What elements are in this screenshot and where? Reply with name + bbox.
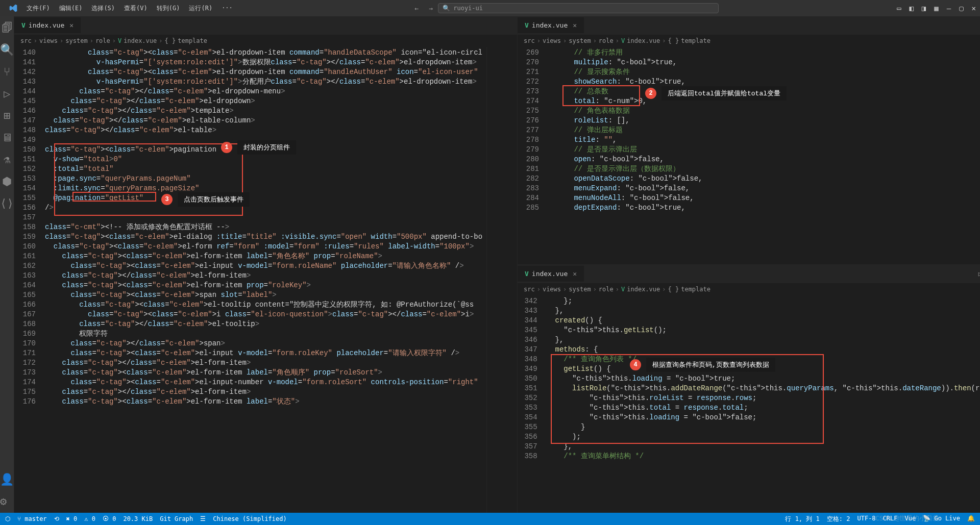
breadcrumb-rb[interactable]: src› views› system› role› V index.vue› {… <box>518 283 980 295</box>
callout-1-label: 封装的分页组件 <box>237 140 296 155</box>
vue-file-icon: V <box>525 21 529 29</box>
warnings[interactable]: ⚠ 0 <box>84 515 95 522</box>
encoding[interactable]: UTF-8 <box>857 515 875 523</box>
callout-3-badge: 3 <box>161 194 173 205</box>
vue-file-icon: V <box>525 270 529 278</box>
maximize-icon[interactable]: ▢ <box>959 4 963 12</box>
menu-go[interactable]: 转到(G) <box>153 2 184 15</box>
breadcrumb-left[interactable]: src› views› system› role› V index.vue› {… <box>14 35 517 47</box>
close-tab-icon[interactable]: ✕ <box>573 270 577 278</box>
remote-icon[interactable]: 🖥 <box>2 131 13 144</box>
close-window-icon[interactable]: ✕ <box>972 4 976 12</box>
activity-bar: 🗐 🔍 ⑂ ▷ ⊞ 🖥 ⚗ ⬢ ⟨⟩ 👤 ⚙ <box>0 16 14 513</box>
search-icon: 🔍 <box>443 5 450 12</box>
run-debug-icon[interactable]: ▷ <box>4 87 10 100</box>
file-size: 20.3 KiB <box>123 515 153 522</box>
close-tab-icon[interactable]: ✕ <box>573 21 577 29</box>
tabs-right-bottom: V index.vue ✕ ▷ ↺ ◨ ⋯ <box>518 265 980 283</box>
remote-indicator[interactable]: ⬡ <box>5 515 10 522</box>
watermark: CSDN @世界的小口袋 <box>875 514 939 523</box>
sync-icon[interactable]: ⟨⟩ <box>0 197 14 210</box>
menu-edit[interactable]: 编辑(E) <box>55 2 87 15</box>
callout-1-badge: 1 <box>221 142 232 153</box>
statusbar: ⬡ ⑂ master ⟲ ✖ 0 ⚠ 0 ⦿ 0 20.3 KiB Git Gr… <box>0 513 980 525</box>
menu-run[interactable]: 运行(R) <box>185 2 216 15</box>
lang-pack[interactable]: Chinese (Simplified) <box>213 515 287 522</box>
editor-rt-code[interactable]: 269 270 271 272 273 274 275 276 277 278 … <box>518 47 980 264</box>
close-tab-icon[interactable]: ✕ <box>69 21 74 29</box>
git-graph[interactable]: Git Graph <box>160 515 193 522</box>
run-icon[interactable]: ▷ <box>978 270 980 278</box>
cursor-position[interactable]: 行 1, 列 1 <box>785 515 819 523</box>
tab-label: index.vue <box>532 270 568 278</box>
search-text: ruoyi-ui <box>453 5 483 12</box>
titlebar: 文件(F) 编辑(E) 选择(S) 查看(V) 转到(G) 运行(R) ··· … <box>0 0 980 16</box>
layout-bottom-icon[interactable]: ◨ <box>922 4 926 12</box>
callout-4-label: 根据查询条件和页码,页数查询列表数据 <box>646 358 775 372</box>
tabs-left: V index.vue ✕ <box>14 16 517 35</box>
layout-grid-icon[interactable]: ▦ <box>934 4 938 12</box>
tab-index-vue[interactable]: V index.vue ✕ <box>518 266 584 282</box>
callout-2-label: 后端返回total值并赋值给total变量 <box>662 86 787 101</box>
minimize-icon[interactable]: — <box>947 4 951 12</box>
radio-status[interactable]: ⦿ 0 <box>103 515 116 522</box>
editor-left-code[interactable]: 140 141 142 143 144 145 146 147 148 149 … <box>14 47 517 513</box>
extensions-icon[interactable]: ⊞ <box>4 109 10 122</box>
callout-4-badge: 4 <box>630 359 641 370</box>
menu-view[interactable]: 查看(V) <box>120 2 152 15</box>
vscode-logo-icon <box>8 3 18 13</box>
menu-bar: 文件(F) 编辑(E) 选择(S) 查看(V) 转到(G) 运行(R) ··· <box>22 2 237 15</box>
nav-back-icon[interactable]: ← <box>415 5 419 12</box>
git-branch[interactable]: ⑂ master <box>17 515 47 522</box>
gear-icon[interactable]: ⚙ <box>0 495 14 508</box>
source-control-icon[interactable]: ⑂ <box>4 65 10 78</box>
menu-selection[interactable]: 选择(S) <box>87 2 119 15</box>
nav-forward-icon[interactable]: → <box>429 5 433 12</box>
tab-label: index.vue <box>29 21 64 29</box>
sync-status[interactable]: ⟲ <box>54 515 59 522</box>
layout-side-icon[interactable]: ◧ <box>909 4 913 12</box>
tab-label: index.vue <box>532 21 568 29</box>
menu-more[interactable]: ··· <box>217 2 237 15</box>
testing-icon[interactable]: ⚗ <box>4 153 10 166</box>
tab-index-vue[interactable]: V index.vue ✕ <box>14 17 81 33</box>
command-center[interactable]: 🔍 ruoyi-ui <box>438 3 719 13</box>
layout-panel-icon[interactable]: ▭ <box>897 4 901 12</box>
errors[interactable]: ✖ 0 <box>66 515 78 522</box>
editor-rb-code[interactable]: 342 343 344 345 346 347 348 349 350 351 … <box>518 295 980 513</box>
vue-file-icon: V <box>21 21 26 29</box>
indentation[interactable]: 空格: 2 <box>827 515 850 523</box>
tab-index-vue[interactable]: V index.vue ✕ <box>518 17 584 33</box>
callout-3-label: 点击页数后触发事件 <box>178 192 250 207</box>
tabs-right-top: V index.vue ✕ <box>518 16 980 35</box>
breadcrumb-rt[interactable]: src› views› system› role› V index.vue› {… <box>518 35 980 47</box>
search-icon[interactable]: 🔍 <box>0 43 14 56</box>
callout-2-badge: 2 <box>645 88 656 99</box>
account-icon[interactable]: 👤 <box>0 473 14 486</box>
menu-file[interactable]: 文件(F) <box>22 2 54 15</box>
lang-pack-icon[interactable]: ☰ <box>200 515 206 522</box>
gitlens-icon[interactable]: ⬢ <box>2 175 12 188</box>
notifications-icon[interactable]: 🔔 <box>967 515 975 523</box>
minimap[interactable] <box>486 47 517 513</box>
files-icon[interactable]: 🗐 <box>2 21 13 34</box>
